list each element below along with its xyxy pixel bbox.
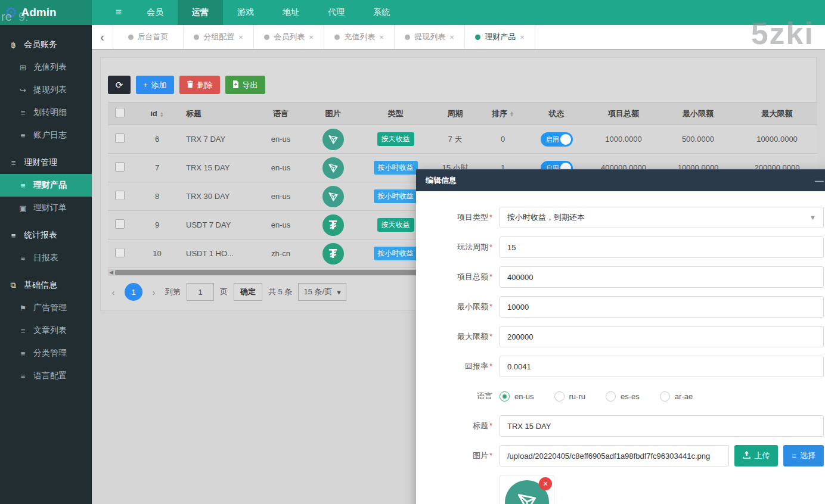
choose-button[interactable]: ≡ 选择 xyxy=(783,445,824,466)
upload-button[interactable]: 上传 xyxy=(734,445,778,466)
cell-max: 10000.0000 xyxy=(737,125,817,154)
nav-item-system[interactable]: 系统 xyxy=(359,0,404,25)
row-checkbox[interactable] xyxy=(115,219,125,229)
sort-icon[interactable]: ▲▼ xyxy=(510,111,514,117)
sidebar-item-statistics-report[interactable]: ≡ 统计报表 xyxy=(0,224,92,247)
title-input[interactable] xyxy=(500,415,824,437)
period-input[interactable] xyxy=(500,237,824,258)
cell-lang: en-us xyxy=(257,182,305,211)
usdt-coin-icon: ₮ xyxy=(322,243,344,265)
tab-member-list[interactable]: 会员列表 × xyxy=(254,25,324,49)
sidebar-item-article-list[interactable]: ≡ 文章列表 xyxy=(0,319,92,342)
column-header-status[interactable]: 状态 xyxy=(525,102,588,125)
radio-es-es[interactable]: es-es xyxy=(606,391,640,402)
radio-ru-ru[interactable]: ru-ru xyxy=(554,391,585,402)
tabs-scroll-left-button[interactable]: ‹ xyxy=(92,25,113,49)
column-header-min[interactable]: 最小限额 xyxy=(659,102,737,125)
column-header-max[interactable]: 最大限额 xyxy=(737,102,817,125)
next-page-button[interactable]: › xyxy=(148,287,159,297)
top-navbar: ⚙ Admin ≡ 会员 运营 游戏 地址 代理 系统 xyxy=(0,0,825,25)
prev-page-button[interactable]: ‹ xyxy=(108,287,119,297)
scroll-left-icon[interactable]: ◀ xyxy=(109,269,113,276)
tab-close-icon[interactable]: × xyxy=(309,33,314,42)
column-header-sort[interactable]: 排序▲▼ xyxy=(480,102,525,125)
sidebar-item-finance-management[interactable]: ≡ 理财管理 xyxy=(0,151,92,174)
required-asterisk: * xyxy=(489,242,492,251)
row-checkbox[interactable] xyxy=(115,248,125,257)
current-page-button[interactable]: 1 xyxy=(125,283,142,301)
sidebar-item-member-accounts[interactable]: ฿ 会员账务 xyxy=(0,33,92,56)
sidebar-item-label: 文章列表 xyxy=(33,325,67,336)
goto-confirm-button[interactable]: 确定 xyxy=(234,283,262,301)
tab-label: 分组配置 xyxy=(203,32,234,42)
file-export-icon xyxy=(232,80,239,90)
return-rate-input[interactable] xyxy=(500,356,824,377)
total-amount-input[interactable] xyxy=(500,266,824,288)
sidebar-item-basic-info[interactable]: ⧉ 基础信息 xyxy=(0,274,92,297)
image-preview: ✕ xyxy=(500,475,554,504)
nav-item-agent[interactable]: 代理 xyxy=(314,0,359,25)
row-checkbox[interactable] xyxy=(115,191,125,200)
sort-icon[interactable]: ▲▼ xyxy=(160,111,164,117)
tab-close-icon[interactable]: × xyxy=(520,33,525,42)
sidebar-item-finance-product[interactable]: ≡ 理财产品 xyxy=(0,174,92,197)
export-button[interactable]: 导出 xyxy=(225,76,265,94)
tab-dot-icon xyxy=(334,35,340,40)
nav-item-game[interactable]: 游戏 xyxy=(223,0,268,25)
select-all-checkbox[interactable] xyxy=(115,108,125,117)
tab-close-icon[interactable]: × xyxy=(238,33,243,42)
row-checkbox[interactable] xyxy=(115,133,125,143)
tab-close-icon[interactable]: × xyxy=(379,33,384,42)
form-row-title: 标题* xyxy=(426,415,824,437)
sidebar-item-account-log[interactable]: ≡ 账户日志 xyxy=(0,124,92,147)
column-header-image[interactable]: 图片 xyxy=(305,102,361,125)
remove-image-button[interactable]: ✕ xyxy=(539,477,552,490)
sidebar-item-language-config[interactable]: ≡ 语言配置 xyxy=(0,365,92,387)
cell-title: USDT 7 DAY xyxy=(182,211,257,239)
dialog-titlebar[interactable]: 编辑信息 — xyxy=(416,170,825,191)
sidebar-item-withdraw-list[interactable]: ↪ 提现列表 xyxy=(0,79,92,101)
type-badge: 按小时收益 xyxy=(374,189,418,203)
tab-recharge-list[interactable]: 充值列表 × xyxy=(324,25,395,49)
sidebar-item-ad-management[interactable]: ⚑ 广告管理 xyxy=(0,297,92,319)
min-limit-input[interactable] xyxy=(500,296,824,318)
project-type-select[interactable]: 按小时收益，到期还本 ▼ xyxy=(500,207,824,228)
sidebar-item-transfer-detail[interactable]: ≡ 划转明细 xyxy=(0,101,92,124)
column-header-lang[interactable]: 语言 xyxy=(257,102,305,125)
page-number-input[interactable] xyxy=(187,283,214,301)
column-header-period[interactable]: 周期 xyxy=(430,102,480,125)
per-page-select[interactable]: 15 条/页 ▾ xyxy=(298,283,346,301)
refresh-button[interactable]: ⟳ xyxy=(108,76,131,94)
row-checkbox[interactable] xyxy=(115,162,125,172)
tab-finance-product[interactable]: 理财产品 × xyxy=(465,25,535,49)
nav-item-address[interactable]: 地址 xyxy=(268,0,314,25)
tab-withdraw-list[interactable]: 提现列表 × xyxy=(395,25,465,49)
column-header-type[interactable]: 类型 xyxy=(361,102,430,125)
minimize-icon[interactable]: — xyxy=(815,176,824,186)
brand-logo[interactable]: ⚙ Admin xyxy=(0,0,92,25)
tab-dot-icon xyxy=(128,35,134,40)
delete-button[interactable]: 删除 xyxy=(179,76,220,94)
tab-home[interactable]: 后台首页 xyxy=(113,25,184,49)
sidebar-item-recharge-list[interactable]: ⊞ 充值列表 xyxy=(0,56,92,79)
column-header-total[interactable]: 项目总额 xyxy=(588,102,659,125)
sidebar-item-daily-report[interactable]: ≡ 日报表 xyxy=(0,247,92,269)
add-button[interactable]: + 添加 xyxy=(136,76,174,94)
tab-close-icon[interactable]: × xyxy=(449,33,454,42)
nav-item-operation[interactable]: 运营 xyxy=(178,0,223,25)
choose-button-label: 选择 xyxy=(800,450,815,461)
max-limit-input[interactable] xyxy=(500,326,824,347)
image-path-input[interactable] xyxy=(500,445,729,466)
nav-item-member[interactable]: 会员 xyxy=(132,0,178,25)
trash-icon xyxy=(187,80,194,90)
column-header-title[interactable]: 标题 xyxy=(182,102,257,125)
sidebar-toggle-button[interactable]: ≡ xyxy=(105,0,132,25)
sidebar-item-finance-order[interactable]: ▣ 理财订单 xyxy=(0,197,92,219)
tab-group-config[interactable]: 分组配置 × xyxy=(184,25,254,49)
radio-ar-ae[interactable]: ar-ae xyxy=(660,391,693,402)
tab-dot-icon xyxy=(194,35,199,40)
sidebar-item-category-management[interactable]: ≡ 分类管理 xyxy=(0,342,92,365)
radio-en-us[interactable]: en-us xyxy=(500,391,534,402)
column-header-id[interactable]: id▲▼ xyxy=(132,102,182,125)
status-toggle[interactable]: 启用 xyxy=(541,132,573,147)
